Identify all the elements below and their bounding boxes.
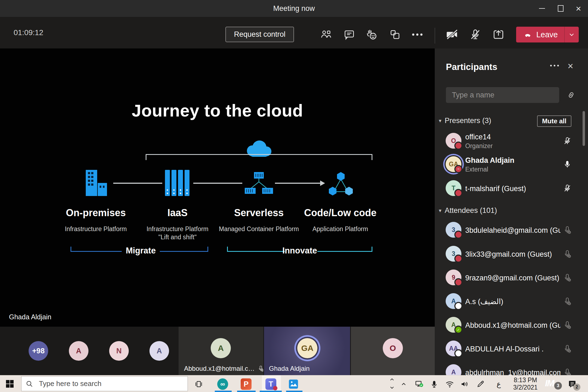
maximize-button[interactable] — [552, 0, 569, 17]
clock-date: 3/2/2021 — [509, 384, 542, 391]
mute-all-button[interactable]: Mute all — [537, 115, 571, 127]
share-screen-button[interactable] — [489, 25, 508, 44]
chat-button[interactable] — [340, 25, 359, 44]
mic-status-icon[interactable] — [563, 368, 572, 375]
participant-row[interactable]: 3 3lix33@gmail.com (Guest) — [435, 243, 584, 266]
connector-arrow — [275, 183, 321, 184]
presenter-name-label: Ghada Aldjain — [9, 313, 51, 321]
participant-row[interactable]: 3 3bdulelaheid@gmail.com (Gu… — [435, 219, 584, 242]
avatar[interactable]: A — [149, 341, 169, 361]
video-tile[interactable]: O — [351, 327, 435, 375]
volume-tray-icon[interactable] — [459, 379, 470, 390]
leave-options-button[interactable] — [564, 27, 579, 42]
language-indicator[interactable]: ع — [493, 379, 504, 390]
participant-row[interactable]: T t-malsharif (Guest) — [435, 177, 584, 200]
display-security-tray-icon[interactable] — [414, 379, 425, 390]
minimize-button[interactable] — [533, 0, 551, 17]
leave-label: Leave — [536, 30, 558, 39]
slide-title: Journey to the cloud — [0, 101, 435, 120]
request-control-button[interactable]: Request control — [225, 27, 294, 42]
participant-name: 3bdulelaheid@gmail.com (Gu… — [465, 226, 561, 235]
overflow-avatar[interactable]: +98 — [29, 341, 48, 361]
close-button[interactable]: × — [569, 0, 587, 17]
mic-status-icon[interactable] — [563, 297, 572, 307]
mic-status-icon[interactable] — [563, 184, 572, 194]
mic-status-icon[interactable] — [563, 273, 572, 283]
task-view-button[interactable] — [193, 379, 204, 390]
people-icon — [320, 29, 332, 41]
taskbar-search-input[interactable] — [38, 379, 176, 388]
panel-more-options-button[interactable] — [550, 65, 559, 66]
hidden-icons-chevron[interactable] — [398, 379, 409, 390]
attendees-section-header[interactable]: ▾ Attendees (101) — [439, 206, 497, 215]
code-low-code-icon — [327, 170, 354, 197]
copy-invite-link-icon[interactable] — [566, 90, 576, 100]
participant-row[interactable]: O office14 Organizer — [435, 130, 584, 153]
camera-toggle-button[interactable] — [443, 25, 462, 44]
avatar: O — [383, 338, 403, 358]
taskbar-clock[interactable]: 8:13 PM 3/2/2021 — [509, 376, 542, 391]
teams-app-button[interactable]: T — [265, 379, 276, 390]
mic-status-icon[interactable] — [563, 136, 572, 146]
avatar: 3 — [446, 222, 461, 238]
taskbar-scroll-up[interactable] — [387, 376, 397, 383]
more-actions-button[interactable] — [408, 25, 427, 44]
cloud-span-bracket — [146, 154, 372, 161]
migrate-label: Migrate — [108, 246, 173, 256]
avatar[interactable]: A — [69, 341, 88, 361]
mic-status-icon[interactable] — [563, 225, 572, 235]
mic-status-icon[interactable] — [563, 249, 572, 259]
taskbar-search[interactable] — [21, 376, 188, 391]
speaker-icon — [460, 379, 469, 389]
avatar: A — [446, 317, 461, 333]
powerpoint-app-button[interactable]: P — [241, 379, 252, 390]
photos-app-button[interactable] — [288, 379, 299, 390]
presence-badge — [454, 302, 463, 310]
panel-scrollbar[interactable] — [583, 111, 585, 146]
column-subtitle: Application Platform — [283, 225, 397, 233]
column-title: Code/Low code — [286, 207, 395, 219]
panel-close-button[interactable]: × — [568, 60, 573, 72]
participant-name: 9razan9@gmail.com (Guest) — [465, 274, 561, 282]
participant-search-input[interactable] — [446, 87, 559, 103]
powerpoint-icon: P — [241, 378, 252, 390]
teams-icon: T — [265, 378, 276, 390]
video-tile-active-speaker[interactable]: GA Ghada Aldjain — [264, 327, 350, 375]
start-button[interactable] — [6, 380, 14, 388]
presence-badge — [454, 165, 463, 173]
avatar[interactable]: N — [109, 341, 129, 361]
participant-row[interactable]: A A.s (الضيف) — [435, 290, 584, 313]
arduino-icon: ∞ — [217, 378, 228, 390]
video-tile[interactable]: A Abboud.x1@hotmail.c… — [179, 327, 263, 375]
mic-status-icon[interactable] — [563, 320, 572, 330]
participant-row[interactable]: A Abboud.x1@hotmail.com (Gu… — [435, 314, 584, 337]
connector-line — [113, 183, 162, 184]
reactions-button[interactable] — [362, 25, 381, 44]
participant-name: abdulrhman_1y@hotmail.com — [465, 369, 561, 375]
microphone-tray-icon[interactable] — [429, 379, 440, 390]
participant-row[interactable]: 9 9razan9@gmail.com (Guest) — [435, 267, 584, 289]
chevron-down-icon — [568, 31, 575, 38]
mic-status-icon[interactable] — [563, 160, 572, 170]
pen-tray-icon[interactable] — [475, 379, 486, 390]
participant-row[interactable]: AA ABDULLAH Al-Dossari . — [435, 338, 584, 360]
taskbar-scroll-down[interactable] — [387, 384, 397, 391]
presence-badge — [454, 231, 463, 239]
arduino-app-button[interactable]: ∞ — [217, 379, 228, 390]
im-app-tray-icon[interactable]: IM — [545, 378, 554, 388]
participant-name: Ghada Aldjain — [465, 156, 561, 165]
mic-status-icon[interactable] — [563, 344, 572, 354]
wifi-tray-icon[interactable] — [444, 379, 455, 390]
on-premises-icon — [81, 169, 111, 197]
leave-button[interactable]: Leave — [516, 27, 564, 42]
hang-up-icon — [523, 30, 532, 39]
wifi-icon — [445, 379, 454, 389]
breakout-rooms-button[interactable] — [385, 25, 405, 44]
participants-button[interactable] — [317, 25, 336, 44]
presenters-section-header[interactable]: ▾ Presenters (3) — [439, 117, 491, 125]
participant-row[interactable]: A abdulrhman_1y@hotmail.com — [435, 361, 584, 375]
im-badge: 3 — [554, 382, 562, 390]
window-titlebar: Meeting now × — [0, 0, 588, 17]
mic-toggle-button[interactable] — [466, 25, 485, 44]
participant-row[interactable]: GA Ghada Aldjain External — [435, 153, 584, 176]
